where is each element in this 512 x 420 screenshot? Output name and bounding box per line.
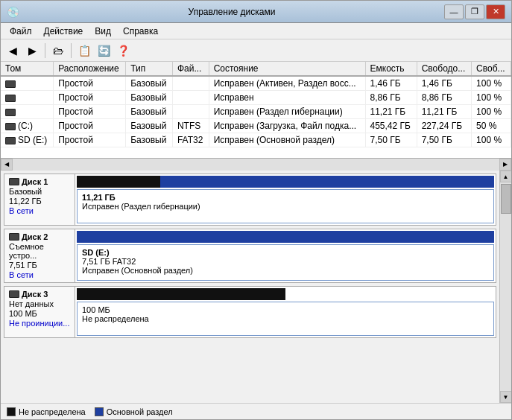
volume-content[interactable]: 11,21 ГБ Исправен (Раздел гибернации) [77, 189, 494, 223]
refresh-button[interactable]: 🔄 [95, 42, 113, 60]
volume-content[interactable]: 100 МБ Не распределена [77, 302, 494, 336]
cell-pct: 50 % [472, 119, 511, 133]
cell-free: 11,21 ГБ [417, 105, 471, 119]
cell-status: Исправен (Активен, Раздел восс... [209, 76, 365, 91]
disk-type: Базовый [9, 187, 70, 196]
bar-blue [160, 176, 494, 188]
window-title: Управление дисками [19, 7, 444, 17]
cell-capacity: 8,86 ГБ [365, 91, 417, 105]
h-scroll-left-btn[interactable]: ◀ [1, 159, 13, 171]
cell-fs: NTFS [172, 119, 209, 133]
v-scroll-bar[interactable]: ▲ ▼ [499, 171, 511, 403]
volume-label: 11,21 ГБ [82, 193, 489, 202]
disk-status: В сети [9, 270, 70, 279]
col-status: Состояние [209, 62, 365, 76]
main-window: 💿 Управление дисками — ❐ ✕ Файл Действие… [0, 0, 512, 420]
cell-pct: 100 % [472, 91, 511, 105]
cell-fs [172, 91, 209, 105]
cell-type: Базовый [126, 133, 173, 147]
disk-name: Диск 3 [9, 290, 70, 299]
volume-status: Не распределена [82, 314, 489, 323]
legend-label-unallocated: Не распределена [19, 407, 86, 416]
cell-volume [1, 76, 54, 91]
table-row[interactable]: (C:) Простой Базовый NTFS Исправен (Загр… [1, 119, 511, 133]
back-button[interactable]: ◀ [4, 42, 22, 60]
h-scroll-track[interactable] [13, 159, 499, 171]
table-row[interactable]: Простой Базовый Исправен 8,86 ГБ 8,86 ГБ… [1, 91, 511, 105]
cell-status: Исправен (Раздел гибернации) [209, 105, 365, 119]
cell-type: Базовый [126, 105, 173, 119]
help-button[interactable]: ❓ [114, 42, 132, 60]
minimize-button[interactable]: — [444, 4, 464, 19]
disk-panel[interactable]: Диск 1 Базовый 11,22 ГБ В сети 11,21 ГБ … [4, 174, 496, 226]
toolbar-separator-1 [45, 43, 45, 58]
col-free: Свободо... [417, 62, 471, 76]
volume-block: 100 МБ Не распределена [75, 287, 496, 337]
bar-blue-full [77, 231, 494, 243]
volume-block: SD (E:) 7,51 ГБ FAT32 Исправен (Основной… [75, 229, 496, 282]
cell-status: Исправен (Основной раздел) [209, 133, 365, 147]
disks-area: Диск 1 Базовый 11,22 ГБ В сети 11,21 ГБ … [1, 171, 511, 403]
window-icon: 💿 [7, 6, 19, 18]
properties-button[interactable]: 📋 [75, 42, 93, 60]
disk-info: Диск 2 Съемное устро... 7,51 ГБ В сети [4, 229, 75, 282]
col-fs: Фай... [172, 62, 209, 76]
legend-swatch-primary [95, 407, 104, 416]
v-scroll-down-btn[interactable]: ▼ [500, 391, 512, 403]
menu-help[interactable]: Справка [117, 25, 164, 38]
cell-free: 227,24 ГБ [417, 119, 471, 133]
restore-button[interactable]: ❐ [465, 4, 484, 19]
cell-capacity: 11,21 ГБ [365, 105, 417, 119]
cell-free: 1,46 ГБ [417, 76, 471, 91]
h-scroll-bar[interactable]: ◀ ▶ [1, 159, 511, 171]
cell-type: Базовый [126, 76, 173, 91]
col-volume: Том [1, 62, 54, 76]
cell-volume [1, 91, 54, 105]
cell-capacity: 1,46 ГБ [365, 76, 417, 91]
cell-capacity: 455,42 ГБ [365, 119, 417, 133]
cell-type: Базовый [126, 119, 173, 133]
disk-panel[interactable]: Диск 3 Нет данных 100 МБ Не проиниции...… [4, 286, 496, 338]
cell-type: Базовый [126, 91, 173, 105]
disk-size: 100 МБ [9, 309, 70, 318]
cell-location: Простой [54, 119, 126, 133]
forward-button[interactable]: ▶ [23, 42, 41, 60]
close-button[interactable]: ✕ [486, 4, 505, 19]
toolbar-separator-2 [71, 43, 72, 58]
menu-file[interactable]: Файл [4, 25, 38, 38]
disk-status: В сети [9, 206, 70, 215]
cell-free: 8,86 ГБ [417, 91, 471, 105]
cell-pct: 100 % [472, 133, 511, 147]
volume-block: 11,21 ГБ Исправен (Раздел гибернации) [75, 174, 496, 225]
disks-container[interactable]: Диск 1 Базовый 11,22 ГБ В сети 11,21 ГБ … [1, 171, 499, 403]
title-bar: 💿 Управление дисками — ❐ ✕ [1, 1, 511, 23]
legend-bar: Не распределена Основной раздел [1, 403, 511, 419]
cell-location: Простой [54, 76, 126, 91]
table-row[interactable]: SD (E:) Простой Базовый FAT32 Исправен (… [1, 133, 511, 147]
cell-fs [172, 105, 209, 119]
v-scroll-thumb[interactable] [501, 184, 511, 214]
legend-swatch-unallocated [7, 407, 16, 416]
h-scroll-right-btn[interactable]: ▶ [499, 159, 511, 171]
cell-volume [1, 105, 54, 119]
col-pct: Своб... [472, 62, 511, 76]
cell-pct: 100 % [472, 76, 511, 91]
disk-table[interactable]: Том Расположение Тип Фай... Состояние Ем… [1, 62, 511, 159]
bar-black [77, 176, 160, 188]
menu-action[interactable]: Действие [38, 25, 89, 38]
disk-type: Съемное устро... [9, 242, 70, 260]
table-row[interactable]: Простой Базовый Исправен (Раздел гиберна… [1, 105, 511, 119]
legend-unallocated: Не распределена [7, 407, 86, 416]
table-row[interactable]: Простой Базовый Исправен (Активен, Разде… [1, 76, 511, 91]
legend-primary: Основной раздел [95, 407, 173, 416]
up-button[interactable]: 🗁 [49, 42, 67, 60]
cell-free: 7,50 ГБ [417, 133, 471, 147]
v-scroll-up-btn[interactable]: ▲ [500, 171, 512, 182]
disk-panel[interactable]: Диск 2 Съемное устро... 7,51 ГБ В сети S… [4, 229, 496, 283]
menu-view[interactable]: Вид [89, 25, 117, 38]
disk-name: Диск 2 [9, 232, 70, 241]
volume-label: SD (E:) [82, 248, 489, 257]
cell-fs [172, 76, 209, 91]
volume-content[interactable]: SD (E:) 7,51 ГБ FAT32 Исправен (Основной… [77, 244, 494, 281]
volume-status: Исправен (Основной раздел) [82, 266, 489, 275]
